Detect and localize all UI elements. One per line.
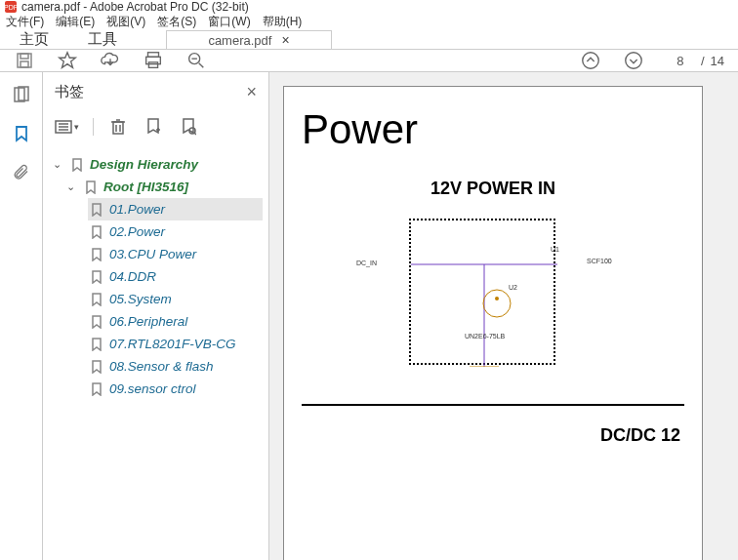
bookmark-icon	[90, 360, 103, 374]
bookmark-icon	[84, 180, 98, 194]
bookmark-icon	[70, 158, 84, 172]
svg-line-28	[194, 133, 196, 135]
options-icon[interactable]: ▾	[55, 116, 79, 138]
chevron-down-icon[interactable]: ⌄	[66, 180, 78, 193]
svg-rect-15	[19, 87, 28, 100]
bookmark-label: 01.Power	[109, 202, 165, 217]
tab-document[interactable]: camera.pdf ×	[166, 30, 332, 49]
titlebar: PDF camera.pdf - Adobe Acrobat Pro DC (3…	[0, 0, 738, 14]
bookmark-label: 03.CPU Power	[109, 247, 196, 261]
bookmark-label: 06.Peripheral	[109, 314, 187, 329]
page-down-icon[interactable]	[623, 50, 644, 71]
menubar: 文件(F) 编辑(E) 视图(V) 签名(S) 窗口(W) 帮助(H)	[0, 14, 738, 30]
bookmark-tree: ⌄ Design Hierarchy ⌄ Root [HI3516] 01.Po…	[43, 147, 268, 400]
menu-file[interactable]: 文件(F)	[6, 14, 44, 30]
svg-rect-8	[148, 62, 157, 68]
attachments-icon[interactable]	[11, 162, 32, 183]
bookmark-item[interactable]: 09.sensor ctrol	[88, 378, 263, 400]
svg-rect-4	[20, 61, 28, 67]
bookmark-design-hierarchy[interactable]: ⌄ Design Hierarchy	[51, 153, 263, 176]
bookmark-label: 09.sensor ctrol	[109, 381, 196, 396]
menu-help[interactable]: 帮助(H)	[263, 14, 303, 30]
label-cap: UN2E6-75LB	[465, 333, 505, 340]
cloud-icon[interactable]	[100, 50, 121, 71]
bookmark-icon	[90, 315, 103, 329]
rail	[0, 72, 43, 560]
bookmark-icon	[90, 382, 103, 396]
bookmark-item[interactable]: 01.Power	[88, 198, 263, 220]
svg-rect-3	[20, 54, 28, 59]
panel-toolbar: ▾	[43, 112, 268, 147]
menu-sign[interactable]: 签名(S)	[157, 14, 196, 30]
bookmark-label: 08.Sensor & flash	[109, 359, 214, 374]
chevron-down-icon[interactable]: ⌄	[53, 158, 64, 171]
bookmarks-icon[interactable]	[11, 123, 32, 144]
svg-rect-2	[18, 54, 31, 67]
thumbnails-icon[interactable]	[11, 84, 32, 105]
new-bookmark-icon[interactable]	[143, 116, 164, 138]
panel-title: 书签	[55, 83, 84, 101]
svg-point-32	[495, 297, 499, 300]
svg-text:PDF: PDF	[4, 4, 18, 11]
page-up-icon[interactable]	[580, 50, 601, 71]
svg-rect-14	[15, 88, 24, 101]
tabbar: 主页 工具 camera.pdf ×	[0, 30, 738, 50]
close-icon[interactable]: ×	[281, 32, 289, 48]
svg-line-10	[199, 63, 204, 68]
toolbar: / 14	[0, 50, 738, 72]
bookmark-item[interactable]: 02.Power	[88, 220, 263, 243]
bookmark-label: 04.DDR	[109, 269, 156, 284]
bookmark-icon	[90, 338, 103, 351]
schematic-diagram: U2 UN2E6-75LB	[409, 219, 555, 365]
bookmark-label: 02.Power	[109, 224, 165, 239]
bookmark-label: 05.System	[109, 292, 172, 306]
document-view[interactable]: Power 12V POWER IN DC_IN U1 SCF100	[269, 72, 738, 560]
bookmark-icon	[90, 203, 103, 217]
menu-window[interactable]: 窗口(W)	[208, 14, 250, 30]
page-counter: / 14	[666, 54, 724, 68]
svg-point-13	[626, 53, 642, 69]
bookmark-item[interactable]: 04.DDR	[88, 265, 263, 288]
svg-marker-5	[60, 53, 76, 68]
svg-point-12	[583, 53, 599, 69]
bookmark-label: 07.RTL8201F-VB-CG	[109, 337, 236, 351]
bookmark-icon	[90, 225, 103, 239]
find-bookmark-icon[interactable]	[178, 116, 199, 138]
save-icon[interactable]	[14, 50, 35, 71]
tab-document-label: camera.pdf	[208, 33, 271, 48]
divider	[302, 404, 684, 406]
bookmark-label: Root [HI3516]	[103, 180, 188, 194]
zoom-icon[interactable]	[185, 50, 207, 71]
bookmark-icon	[90, 270, 103, 284]
bookmark-item[interactable]: 03.CPU Power	[88, 243, 263, 265]
bookmark-item[interactable]: 06.Peripheral	[88, 310, 263, 333]
label-dcin: DC_IN	[356, 260, 377, 266]
star-icon[interactable]	[57, 50, 78, 71]
page-current-input[interactable]	[666, 54, 695, 68]
bookmark-item[interactable]: 08.Sensor & flash	[88, 355, 263, 378]
bookmark-label: Design Hierarchy	[90, 157, 198, 172]
label-scf: SCF100	[587, 258, 612, 264]
menu-edit[interactable]: 编辑(E)	[56, 14, 95, 30]
delete-icon[interactable]	[107, 116, 129, 138]
print-icon[interactable]	[143, 50, 164, 71]
svg-rect-6	[148, 53, 159, 58]
page-total: 14	[711, 54, 724, 68]
window-title: camera.pdf - Adobe Acrobat Pro DC (32-bi…	[21, 0, 249, 14]
bookmarks-panel: 书签 × ▾ ⌄ Design Hierarchy ⌄ Root [HI3516…	[43, 72, 269, 560]
bookmark-item[interactable]: 07.RTL8201F-VB-CG	[88, 333, 263, 355]
bookmark-root[interactable]: ⌄ Root [HI3516]	[64, 176, 263, 198]
svg-point-31	[483, 290, 511, 317]
label-u2: U2	[509, 284, 517, 291]
tab-tools[interactable]: 工具	[68, 30, 137, 49]
svg-rect-20	[113, 122, 123, 134]
page-heading: Power	[302, 106, 684, 153]
pdf-icon: PDF	[4, 0, 18, 14]
pdf-page: Power 12V POWER IN DC_IN U1 SCF100	[283, 86, 703, 560]
menu-view[interactable]: 视图(V)	[106, 14, 145, 30]
bookmark-item[interactable]: 05.System	[88, 288, 263, 310]
tab-home[interactable]: 主页	[0, 30, 68, 49]
panel-close-icon[interactable]: ×	[246, 82, 257, 102]
page-sep: /	[701, 54, 705, 68]
bookmark-icon	[90, 248, 103, 261]
